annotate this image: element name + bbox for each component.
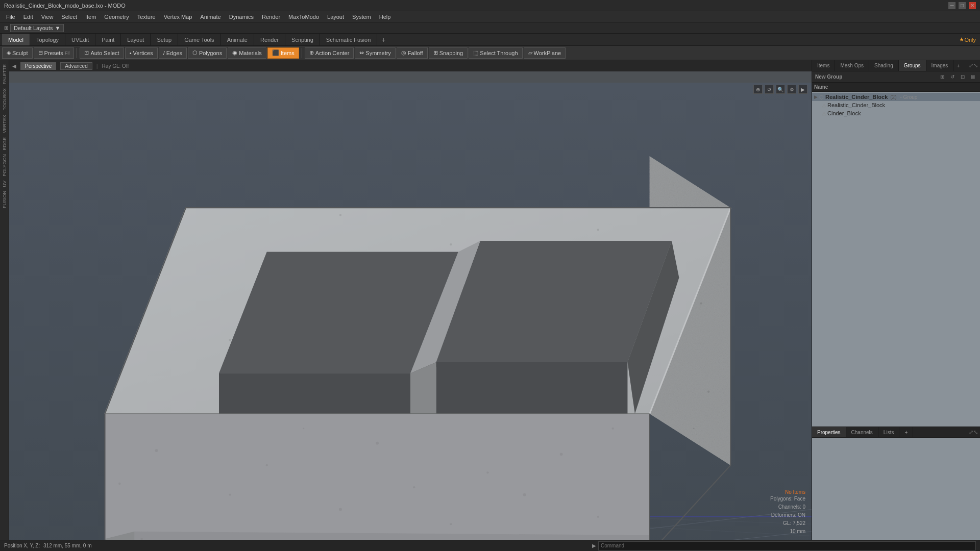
close-button[interactable]: ✕: [969, 2, 976, 9]
tab-scripting[interactable]: Scripting: [285, 34, 320, 45]
tab-schematic-fusion[interactable]: Schematic Fusion: [320, 34, 377, 45]
layout-dropdown-arrow: ▼: [55, 25, 60, 31]
right-tab-items[interactable]: Items: [812, 60, 835, 71]
viewport-arrow-left[interactable]: ◀: [12, 63, 16, 69]
command-input[interactable]: [598, 541, 976, 550]
viewport[interactable]: ◀ Perspective Advanced | Ray GL: Off ⊕ ↺…: [9, 60, 812, 540]
menu-layout[interactable]: Layout: [323, 13, 348, 21]
menu-texture[interactable]: Texture: [133, 13, 160, 21]
menu-system[interactable]: System: [348, 13, 375, 21]
bottom-right-expand-button[interactable]: ⤢ ⤡: [967, 427, 980, 437]
tab-animate[interactable]: Animate: [221, 34, 254, 45]
workplane-button[interactable]: ▱ WorkPlane: [524, 47, 566, 59]
star-icon: ★: [959, 36, 964, 43]
materials-button[interactable]: ◉ Materials: [228, 47, 266, 59]
right-tab-add-button[interactable]: +: [953, 60, 963, 71]
viewport-icon-zoom[interactable]: 🔍: [776, 85, 785, 94]
viewport-icon-play[interactable]: ▶: [798, 85, 807, 94]
viewport-mode-advanced[interactable]: Advanced: [60, 62, 92, 70]
bottom-expand-icon: ⤢: [969, 429, 973, 436]
viewport-icon-settings[interactable]: ⚙: [787, 85, 796, 94]
tree-item-realistic-cinder-block[interactable]: △ Realistic_Cinder_Block: [812, 101, 980, 109]
vertices-button[interactable]: • Vertices: [125, 47, 158, 59]
tab-topology[interactable]: Topology: [30, 34, 65, 45]
tab-setup[interactable]: Setup: [151, 34, 178, 45]
menu-vertex-map[interactable]: Vertex Map: [160, 13, 197, 21]
titlebar-controls: ─ □ ✕: [948, 2, 976, 9]
bottom-tab-lists[interactable]: Lists: [878, 427, 900, 437]
sidebar-item-fusion[interactable]: Fusion: [1, 189, 8, 210]
menu-view[interactable]: View: [37, 13, 58, 21]
sidebar-item-palette[interactable]: Palette: [1, 62, 8, 86]
viewport-canvas[interactable]: ⊕ ↺ 🔍 ⚙ ▶: [9, 71, 812, 540]
maximize-button[interactable]: □: [959, 2, 966, 9]
right-toolbar-btn-2[interactable]: ↺: [948, 73, 957, 80]
items-icon: ⬛: [272, 49, 279, 56]
polygons-button[interactable]: ⬡ Polygons: [188, 47, 227, 59]
viewport-mode-perspective[interactable]: Perspective: [20, 62, 56, 70]
viewport-bottom-info: No Items Polygons: Face Channels: 0 Defo…: [770, 489, 805, 536]
minimize-button[interactable]: ─: [948, 2, 955, 9]
right-tab-shading[interactable]: Shading: [869, 60, 899, 71]
menu-geometry[interactable]: Geometry: [100, 13, 133, 21]
right-toolbar-btn-3[interactable]: ⊡: [959, 73, 967, 80]
fill-icon: Fil: [65, 51, 70, 56]
menu-select[interactable]: Select: [57, 13, 81, 21]
right-panel-expand-button[interactable]: ⤢ ⤡: [967, 60, 980, 71]
snapping-button[interactable]: ⊞ Snapping: [429, 47, 468, 59]
viewport-header: ◀ Perspective Advanced | Ray GL: Off: [9, 60, 812, 71]
menu-maxtomodo[interactable]: MaxToModo: [284, 13, 323, 21]
group-count-label: (2): [890, 94, 896, 100]
sidebar-item-toolbox[interactable]: Toolbox: [1, 86, 8, 112]
bottom-tab-properties[interactable]: Properties: [812, 427, 846, 437]
sidebar-item-polygon[interactable]: Polygon: [1, 152, 8, 179]
autoselect-button[interactable]: ⊡ Auto Select: [80, 47, 124, 59]
tab-layout[interactable]: Layout: [121, 34, 151, 45]
sculpt-button[interactable]: ◈ Sculpt: [2, 47, 33, 59]
command-icon: ▶: [592, 543, 596, 548]
menu-render[interactable]: Render: [258, 13, 284, 21]
viewport-icon-camera[interactable]: ⊕: [753, 85, 763, 94]
presets-button[interactable]: ⊟ Presets Fil: [34, 47, 75, 59]
bottom-tab-add[interactable]: +: [899, 427, 913, 437]
menu-animate[interactable]: Animate: [196, 13, 225, 21]
bottom-tab-channels[interactable]: Channels: [846, 427, 878, 437]
tab-game-tools[interactable]: Game Tools: [178, 34, 221, 45]
right-tab-mesh-ops[interactable]: Mesh Ops: [835, 60, 869, 71]
tree-item-cinder-block[interactable]: △ Cinder_Block: [812, 109, 980, 117]
menu-item[interactable]: Item: [81, 13, 100, 21]
workplane-icon: ▱: [528, 49, 532, 56]
right-panel: Items Mesh Ops Shading Groups Images + ⤢…: [812, 60, 980, 540]
layout-dropdown-label: Default Layouts: [14, 25, 53, 31]
new-group-label[interactable]: New Group: [815, 74, 936, 80]
right-tab-images[interactable]: Images: [926, 60, 954, 71]
sidebar-item-edge[interactable]: Edge: [1, 135, 8, 153]
tab-model[interactable]: Model: [2, 34, 30, 45]
action-center-button[interactable]: ⊕ Action Center: [305, 47, 354, 59]
status-position-text: Position X, Y, Z: 312 mm, 55 mm, 0 m: [4, 543, 490, 548]
falloff-button[interactable]: ◎ Falloff: [397, 47, 428, 59]
right-toolbar-btn-4[interactable]: ⊠: [969, 73, 977, 80]
tab-add-button[interactable]: +: [377, 34, 389, 45]
items-button[interactable]: ⬛ Items: [267, 47, 299, 59]
symmetry-button[interactable]: ⇔ Symmetry: [355, 47, 396, 59]
tab-uvedit[interactable]: UVEdit: [65, 34, 95, 45]
menu-help[interactable]: Help: [375, 13, 395, 21]
menu-dynamics[interactable]: Dynamics: [225, 13, 258, 21]
tab-paint[interactable]: Paint: [95, 34, 121, 45]
select-through-button[interactable]: ⬚ Select Through: [469, 47, 522, 59]
sidebar-item-uv[interactable]: UV: [1, 179, 8, 189]
statusbar: Position X, Y, Z: 312 mm, 55 mm, 0 m ▶: [0, 540, 980, 551]
edges-button[interactable]: / Edges: [159, 47, 187, 59]
menubar: File Edit View Select Item Geometry Text…: [0, 11, 980, 22]
tab-render[interactable]: Render: [254, 34, 285, 45]
right-toolbar-btn-1[interactable]: ⊞: [938, 73, 946, 80]
groups-panel[interactable]: ▶ ⬡ Realistic_Cinder_Block (2) - Group △…: [812, 92, 980, 427]
layout-dropdown[interactable]: Default Layouts ▼: [10, 24, 64, 32]
tree-group-realistic-cinder-block[interactable]: ▶ ⬡ Realistic_Cinder_Block (2) - Group: [812, 93, 980, 101]
menu-edit[interactable]: Edit: [19, 13, 37, 21]
right-tab-groups[interactable]: Groups: [899, 60, 926, 71]
menu-file[interactable]: File: [2, 13, 19, 21]
viewport-icon-reset[interactable]: ↺: [765, 85, 774, 94]
sidebar-item-vertex[interactable]: Vertex: [1, 113, 8, 135]
